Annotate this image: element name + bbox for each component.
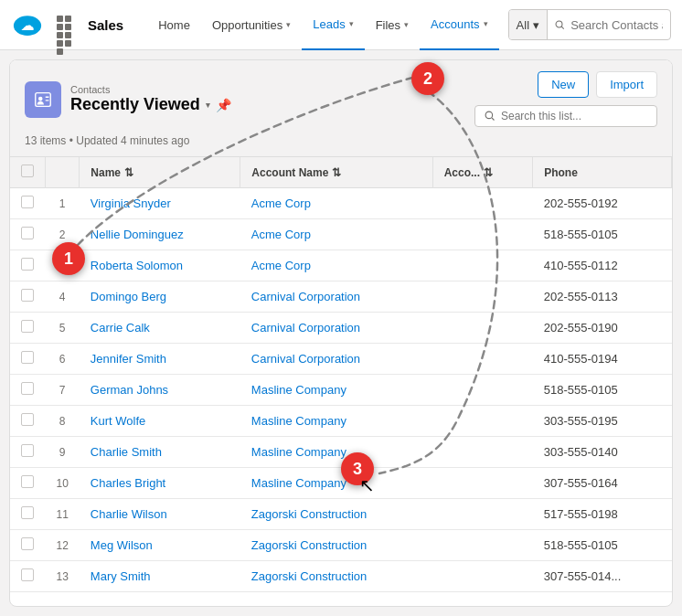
nav-accounts[interactable]: Accounts ▾	[420, 0, 498, 50]
row-checkbox[interactable]	[21, 351, 34, 364]
list-search-input[interactable]	[501, 110, 647, 122]
row-name[interactable]: Domingo Berg	[80, 281, 240, 313]
row-name[interactable]: German Johns	[80, 375, 240, 406]
app-launcher-icon[interactable]	[53, 12, 79, 37]
row-checkbox[interactable]	[21, 506, 34, 519]
account-name-link[interactable]: Carnival Corporation	[251, 352, 360, 366]
row-checkbox-cell[interactable]	[10, 437, 46, 468]
row-checkbox-cell[interactable]	[10, 406, 46, 437]
th-name[interactable]: Name ⇅	[80, 157, 240, 188]
row-checkbox[interactable]	[21, 382, 34, 395]
contact-name-link[interactable]: Charlie Smith	[91, 445, 162, 459]
row-account[interactable]: Masline Company	[240, 468, 432, 499]
row-name[interactable]: Virginia Snyder	[80, 188, 240, 219]
contact-name-link[interactable]: Meg Wilson	[91, 538, 153, 552]
account-name-link[interactable]: Masline Company	[251, 476, 346, 490]
row-checkbox-cell[interactable]	[10, 188, 46, 219]
row-checkbox-cell[interactable]	[10, 375, 46, 406]
row-name[interactable]: Charlie Smith	[80, 437, 240, 468]
row-account[interactable]: Carnival Corporation	[240, 313, 432, 344]
view-title-chevron[interactable]: ▾	[206, 101, 210, 110]
contact-name-link[interactable]: Domingo Berg	[91, 290, 166, 303]
import-button[interactable]: Import	[596, 71, 657, 98]
row-account[interactable]: Carnival Corporation	[240, 281, 432, 313]
account-name-link[interactable]: Acme Corp	[251, 259, 311, 272]
select-all-checkbox[interactable]	[21, 165, 34, 177]
row-name[interactable]: Kurt Wolfe	[80, 406, 240, 437]
search-input[interactable]	[570, 18, 663, 32]
account-name-link[interactable]: Masline Company	[251, 445, 346, 459]
row-checkbox-cell[interactable]	[10, 281, 46, 313]
row-checkbox-cell[interactable]	[10, 219, 46, 250]
contact-name-link[interactable]: Jennifer Smith	[91, 352, 166, 366]
row-checkbox-cell[interactable]	[10, 561, 46, 592]
row-account[interactable]: Acme Corp	[240, 188, 432, 219]
row-checkbox[interactable]	[21, 258, 34, 271]
row-account[interactable]: Zagorski Construction	[240, 499, 432, 530]
new-button[interactable]: New	[538, 71, 589, 98]
search-input-wrap[interactable]	[548, 18, 670, 32]
row-name[interactable]: Meg Wilson	[80, 530, 240, 561]
row-account[interactable]: Zagorski Construction	[240, 561, 432, 592]
th-select-all[interactable]	[10, 157, 46, 188]
search-list-wrap[interactable]	[474, 105, 657, 127]
nav-home[interactable]: Home	[147, 0, 201, 50]
opportunities-chevron: ▾	[286, 20, 291, 29]
row-checkbox[interactable]	[21, 413, 34, 426]
contact-name-link[interactable]: Nellie Dominguez	[91, 228, 184, 241]
row-account[interactable]: Zagorski Construction	[240, 530, 432, 561]
account-name-link[interactable]: Masline Company	[251, 414, 346, 428]
contact-name-link[interactable]: German Johns	[91, 383, 168, 397]
contact-name-link[interactable]: Carrie Calk	[91, 321, 150, 335]
salesforce-logo[interactable]: ☁	[11, 8, 44, 41]
account-name-link[interactable]: Zagorski Construction	[251, 507, 367, 521]
row-checkbox-cell[interactable]	[10, 468, 46, 499]
row-checkbox-cell[interactable]	[10, 250, 46, 281]
row-checkbox[interactable]	[21, 320, 34, 333]
row-checkbox[interactable]	[21, 444, 34, 457]
row-checkbox[interactable]	[21, 196, 34, 208]
contact-name-link[interactable]: Charlie Wilson	[91, 507, 167, 521]
search-filter-dropdown[interactable]: All ▾	[509, 10, 548, 39]
row-checkbox[interactable]	[21, 227, 34, 239]
row-name[interactable]: Roberta Solomon	[80, 250, 240, 281]
contact-name-link[interactable]: Roberta Solomon	[91, 259, 183, 272]
row-name[interactable]: Charles Bright	[80, 468, 240, 499]
contact-name-link[interactable]: Mary Smith	[91, 569, 151, 583]
row-checkbox[interactable]	[21, 289, 34, 302]
row-checkbox-cell[interactable]	[10, 530, 46, 561]
row-name[interactable]: Carrie Calk	[80, 313, 240, 344]
row-account[interactable]: Masline Company	[240, 406, 432, 437]
contact-name-link[interactable]: Kurt Wolfe	[91, 414, 145, 428]
row-checkbox-cell[interactable]	[10, 313, 46, 344]
row-name[interactable]: Jennifer Smith	[80, 344, 240, 375]
account-name-link[interactable]: Acme Corp	[251, 196, 311, 210]
row-checkbox-cell[interactable]	[10, 344, 46, 375]
row-checkbox[interactable]	[21, 568, 34, 581]
th-account-name[interactable]: Account Name ⇅	[240, 157, 432, 188]
row-checkbox-cell[interactable]	[10, 499, 46, 530]
row-name[interactable]: Mary Smith	[80, 561, 240, 592]
row-account[interactable]: Acme Corp	[240, 219, 432, 250]
row-checkbox[interactable]	[21, 537, 34, 550]
row-account[interactable]: Masline Company	[240, 375, 432, 406]
account-name-link[interactable]: Zagorski Construction	[251, 569, 367, 583]
row-account[interactable]: Acme Corp	[240, 250, 432, 281]
account-name-link[interactable]: Masline Company	[251, 383, 346, 397]
contact-name-link[interactable]: Charles Bright	[91, 476, 165, 490]
row-account[interactable]: Carnival Corporation	[240, 344, 432, 375]
account-name-link[interactable]: Zagorski Construction	[251, 538, 367, 552]
th-acco-num[interactable]: Acco... ⇅	[432, 157, 533, 188]
nav-files[interactable]: Files ▾	[365, 0, 420, 50]
row-checkbox[interactable]	[21, 475, 34, 488]
account-name-link[interactable]: Carnival Corporation	[251, 321, 360, 335]
global-search-bar[interactable]: All ▾	[508, 9, 671, 40]
row-name[interactable]: Nellie Dominguez	[80, 219, 240, 250]
row-account[interactable]: Masline Company	[240, 437, 432, 468]
row-name[interactable]: Charlie Wilson	[80, 499, 240, 530]
account-name-link[interactable]: Acme Corp	[251, 228, 311, 241]
nav-opportunities[interactable]: Opportunities ▾	[201, 0, 302, 50]
nav-leads[interactable]: Leads ▾	[302, 0, 364, 50]
contact-name-link[interactable]: Virginia Snyder	[91, 196, 171, 210]
account-name-link[interactable]: Carnival Corporation	[251, 290, 360, 303]
